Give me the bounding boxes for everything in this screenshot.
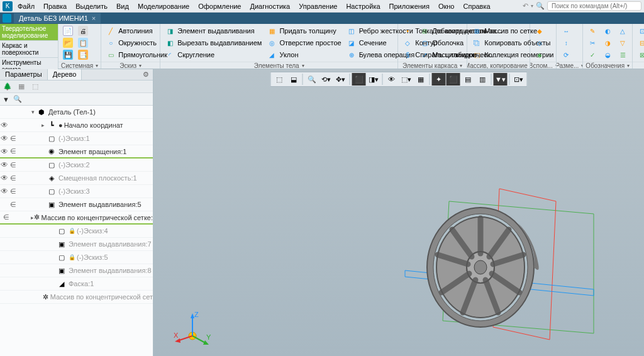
ribbon-caption-dim[interactable]: Разме...	[557, 62, 582, 69]
rb-aux2[interactable]: ◇	[533, 37, 547, 48]
ribbon-caption-aux[interactable]: Вспом...	[530, 62, 556, 69]
rb-cut-extrude[interactable]: ◧Вырезать выдавливанием	[163, 37, 264, 48]
ribbon-caption-array[interactable]: Массив, копирование	[467, 62, 530, 69]
rb-dim1[interactable]: ↔	[559, 25, 573, 36]
search-tree-icon[interactable]: 🔍	[13, 95, 22, 103]
rb-an4[interactable]: ◐	[601, 25, 614, 36]
tree-row[interactable]: 👁∈◉Элемент вращения:1	[0, 145, 153, 159]
menu-select[interactable]: Выделить	[72, 1, 111, 11]
side-tab-tree[interactable]: Дерево	[48, 69, 82, 80]
menu-manage[interactable]: Управление	[295, 1, 341, 11]
tree-row[interactable]: ▣Элемент выдавливания:7	[0, 238, 153, 251]
ribbon-caption-frame[interactable]: Элементы каркаса	[398, 62, 467, 69]
rb-l1[interactable]: ⊡	[635, 25, 644, 36]
include-icon[interactable]: ∈	[3, 213, 9, 221]
rb-dim3[interactable]: ⟳	[559, 49, 573, 60]
tree-row[interactable]: 👁∈▢(-)Эскиз:1	[0, 132, 153, 145]
close-tab-icon[interactable]: ×	[92, 14, 96, 22]
visibility-icon[interactable]: 👁	[0, 121, 9, 130]
menu-window[interactable]: Окно	[435, 1, 458, 11]
rb-an2[interactable]: ✂	[586, 37, 599, 48]
3d-viewport[interactable]: ⬚ ⬓ 🔍 ⟲▾ ✥▾ ⬛ ◨▾ 👁 ⬚▾ ▦ ✦ ⬛ ▤ ▥ ▼▾ ⊡▾	[153, 69, 644, 356]
tree-row[interactable]: 👁∈▢(-)Эскиз:3	[0, 185, 153, 198]
expand-icon[interactable]: ▸	[39, 122, 47, 128]
tree-row[interactable]: ▢🔒(-)Эскиз:4	[0, 225, 153, 238]
rb-save[interactable]: 💾	[61, 49, 75, 60]
rb-new[interactable]: 📄	[61, 25, 75, 36]
rb-autoline[interactable]: ╱Автолиния	[104, 25, 169, 36]
rb-aux1[interactable]: ◆	[533, 25, 547, 36]
tree-row[interactable]: ◢Фаска:1	[0, 277, 153, 291]
undo-icon[interactable]: ↶	[523, 2, 528, 10]
include-icon[interactable]: ∈	[9, 161, 18, 169]
rb-circle[interactable]: ○Окружность	[104, 37, 169, 48]
feature-label: (-)Эскиз:1	[58, 135, 90, 142]
side-tab-params[interactable]: Параметры	[0, 69, 48, 80]
tree-row[interactable]: ∈▸✲Массив по концентрической сетке:	[0, 211, 153, 225]
menu-settings[interactable]: Настройка	[342, 1, 384, 11]
tree-filter-icon[interactable]: ▦	[16, 82, 26, 92]
visibility-icon[interactable]: 👁	[0, 160, 9, 169]
menu-view[interactable]: Вид	[113, 1, 133, 11]
menu-edit[interactable]: Правка	[40, 1, 70, 11]
rb-fillet[interactable]: ◜Скругление	[163, 49, 264, 60]
vtab-wireframe[interactable]: Каркас и поверхности	[0, 40, 58, 57]
rb-aux3[interactable]: ◈	[533, 49, 547, 60]
include-icon[interactable]: ∈	[9, 187, 18, 196]
include-icon[interactable]: ∈	[9, 135, 18, 143]
funnel-icon[interactable]: ▼	[3, 96, 9, 103]
rb-l3[interactable]: ⊠	[635, 49, 644, 60]
include-icon[interactable]: ∈	[9, 174, 18, 182]
tree-row[interactable]: ✲Массив по концентрической сет	[0, 291, 153, 304]
visibility-icon[interactable]: 👁	[0, 134, 9, 143]
ribbon-caption-body[interactable]: Элементы тела	[160, 62, 397, 69]
ribbon-caption-annot[interactable]: Обозначения	[583, 62, 632, 69]
include-icon[interactable]: ∈	[9, 201, 18, 209]
tree-select-icon[interactable]: ⬚	[30, 82, 40, 92]
menu-help[interactable]: Справка	[459, 1, 494, 11]
gear-icon[interactable]: ⚙	[139, 69, 153, 80]
ribbon-caption-sketch[interactable]: Эскиз	[101, 62, 160, 69]
rb-thicken[interactable]: ▦Придать толщину	[265, 25, 343, 36]
rb-print[interactable]: 🖨	[76, 25, 90, 36]
tree-row[interactable]: ∈▣Элемент выдавливания:5	[0, 198, 153, 211]
rb-an6[interactable]: ◒	[601, 49, 614, 60]
rb-an3[interactable]: ✓	[586, 49, 599, 60]
rb-rectangle[interactable]: ▭Прямоугольник	[104, 49, 169, 60]
rb-an5[interactable]: ◑	[601, 37, 614, 48]
menu-apps[interactable]: Приложения	[386, 1, 433, 11]
dropdown-icon[interactable]: ▾	[531, 3, 533, 9]
expand-icon[interactable]: ▾	[29, 109, 36, 115]
menu-modeling[interactable]: Моделирование	[134, 1, 193, 11]
tree-row[interactable]: ▣Элемент выдавливания:8	[0, 264, 153, 277]
visibility-icon[interactable]: 👁	[0, 147, 9, 156]
tree-row[interactable]: ▾⬢Деталь (Тел-1)	[0, 106, 153, 119]
rb-l2[interactable]: ⊟	[635, 37, 644, 48]
tree-row[interactable]: 👁∈▢(-)Эскиз:2	[0, 159, 153, 172]
vtab-solid-modeling[interactable]: Твердотельное моделирование	[0, 24, 58, 40]
rb-draft[interactable]: ◢Уклон	[265, 49, 343, 60]
tree-row[interactable]: ▢🔒(-)Эскиз:5	[0, 251, 153, 264]
rb-an7[interactable]: △	[616, 25, 630, 36]
rb-hole[interactable]: ◎Отверстие простое	[265, 37, 343, 48]
rb-extrude[interactable]: ◨Элемент выдавливания	[163, 25, 264, 36]
tree-row[interactable]: 👁∈◈Смещенная плоскость:1	[0, 172, 153, 185]
command-search-input[interactable]	[547, 1, 641, 11]
rb-open[interactable]: 📂	[61, 37, 75, 48]
visibility-icon[interactable]: 👁	[0, 187, 9, 196]
rb-an8[interactable]: ▽	[616, 37, 630, 48]
tree-expand-icon[interactable]: 🌲	[3, 82, 13, 92]
rb-an1[interactable]: ✎	[586, 25, 599, 36]
menu-formatting[interactable]: Оформление	[194, 1, 245, 11]
menu-file[interactable]: Файл	[14, 1, 38, 11]
menu-diagnostics[interactable]: Диагностика	[246, 1, 294, 11]
rb-copy[interactable]: 📋	[76, 37, 90, 48]
tree-row[interactable]: 👁▸┗●Начало координат	[0, 119, 153, 132]
document-tab[interactable]: Деталь БЕЗ ИМЕНИ1 ×	[14, 13, 101, 23]
rb-an9[interactable]: ☰	[616, 49, 630, 60]
rb-dim2[interactable]: ↕	[559, 37, 573, 48]
ribbon-caption-system[interactable]: Системная	[58, 62, 101, 69]
visibility-icon[interactable]: 👁	[0, 174, 9, 182]
include-icon[interactable]: ∈	[9, 147, 18, 155]
rb-props[interactable]: 📑	[76, 49, 90, 60]
